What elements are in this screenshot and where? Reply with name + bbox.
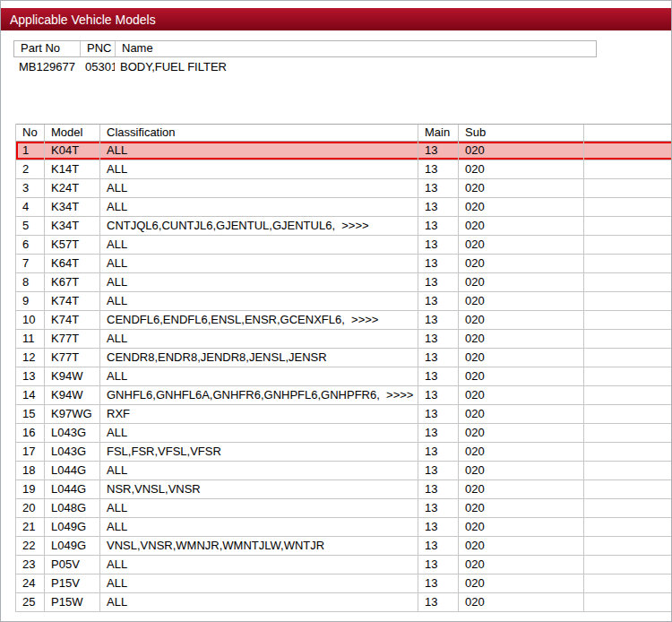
- vehicle-models-table: No Model Classification Main Sub 1K04TAL…: [15, 124, 672, 612]
- table-row[interactable]: 16L043GALL13020: [16, 424, 672, 443]
- part-info-header: Part No PNC Name: [13, 40, 597, 57]
- cell-main: 13: [418, 574, 459, 592]
- cell-model: P15W: [45, 593, 100, 611]
- cell-classification: ALL: [100, 462, 418, 479]
- table-row[interactable]: 20L048GALL13020: [16, 499, 672, 518]
- cell-no: 5: [16, 217, 45, 235]
- cell-extra: [584, 537, 672, 555]
- cell-no: 21: [16, 518, 45, 536]
- cell-sub: 020: [459, 462, 584, 479]
- table-row[interactable]: 9K74TALL13020: [16, 292, 672, 311]
- table-row[interactable]: 5K34TCNTJQL6,CUNTJL6,GJENTUL,GJENTUL6, >…: [16, 217, 672, 236]
- part-no-value: MB129677: [13, 60, 80, 74]
- table-row[interactable]: 15K97WGRXF13020: [16, 405, 672, 424]
- cell-classification: ALL: [100, 273, 418, 291]
- cell-classification: CNTJQL6,CUNTJL6,GJENTUL,GJENTUL6, >>>>: [100, 217, 418, 235]
- cell-extra: [584, 179, 672, 197]
- table-row[interactable]: 22L049GVNSL,VNSR,WMNJR,WMNTJLW,WNTJR1302…: [16, 537, 672, 556]
- cell-no: 16: [16, 424, 45, 442]
- cell-model: K74T: [45, 311, 100, 329]
- no-column-header[interactable]: No: [16, 125, 45, 141]
- cell-main: 13: [418, 273, 459, 291]
- table-row[interactable]: 25P15WALL13020: [16, 593, 672, 612]
- table-row[interactable]: 13K94WALL13020: [16, 367, 672, 386]
- cell-main: 13: [418, 556, 459, 574]
- cell-model: L044G: [45, 480, 100, 498]
- cell-model: K64T: [45, 255, 100, 272]
- table-row[interactable]: 8K67TALL13020: [16, 273, 672, 292]
- cell-classification: ALL: [100, 556, 418, 574]
- cell-model: K14T: [45, 160, 100, 178]
- cell-main: 13: [418, 179, 459, 197]
- cell-main: 13: [418, 142, 459, 160]
- cell-model: L048G: [45, 499, 100, 517]
- cell-classification: ALL: [100, 236, 418, 254]
- table-row[interactable]: 24P15VALL13020: [16, 574, 672, 593]
- cell-classification: ALL: [100, 424, 418, 442]
- main-column-header[interactable]: Main: [418, 125, 459, 141]
- cell-no: 11: [16, 330, 45, 348]
- applicable-vehicle-models-window: Applicable Vehicle Models Part No PNC Na…: [0, 0, 672, 622]
- cell-model: L049G: [45, 518, 100, 536]
- sub-column-header[interactable]: Sub: [459, 125, 584, 141]
- cell-classification: VNSL,VNSR,WMNJR,WMNTJLW,WNTJR: [100, 537, 418, 555]
- table-row[interactable]: 18L044GALL13020: [16, 462, 672, 480]
- model-column-header[interactable]: Model: [45, 125, 100, 141]
- cell-no: 14: [16, 386, 45, 404]
- classification-column-header[interactable]: Classification: [100, 125, 418, 141]
- cell-extra: [584, 386, 672, 404]
- table-row[interactable]: 3K24TALL13020: [16, 179, 672, 198]
- table-row[interactable]: 17L043GFSL,FSR,VFSL,VFSR13020: [16, 443, 672, 462]
- cell-sub: 020: [459, 236, 584, 254]
- cell-sub: 020: [459, 518, 584, 536]
- cell-sub: 020: [459, 405, 584, 423]
- part-no-column-header: Part No: [14, 41, 81, 56]
- cell-no: 3: [16, 179, 45, 197]
- cell-model: K04T: [45, 142, 100, 160]
- cell-main: 13: [418, 386, 459, 404]
- cell-model: K97WG: [45, 405, 100, 423]
- cell-model: L049G: [45, 537, 100, 555]
- cell-extra: [584, 593, 672, 611]
- table-row[interactable]: 21L049GALL13020: [16, 518, 672, 537]
- cell-model: K94W: [45, 386, 100, 404]
- cell-classification: ALL: [100, 574, 418, 592]
- table-row[interactable]: 6K57TALL13020: [16, 236, 672, 255]
- cell-no: 18: [16, 462, 45, 479]
- cell-model: P15V: [45, 574, 100, 592]
- cell-no: 25: [16, 593, 45, 611]
- cell-model: K34T: [45, 217, 100, 235]
- table-row[interactable]: 19L044GNSR,VNSL,VNSR13020: [16, 480, 672, 499]
- table-row[interactable]: 11K77TALL13020: [16, 330, 672, 349]
- cell-classification: ALL: [100, 160, 418, 178]
- cell-sub: 020: [459, 330, 584, 348]
- cell-model: L043G: [45, 443, 100, 461]
- cell-model: K74T: [45, 292, 100, 310]
- table-row[interactable]: 1K04TALL13020: [16, 142, 672, 160]
- cell-sub: 020: [459, 160, 584, 178]
- table-row[interactable]: 12K77TCENDR8,ENDR8,JENDR8,JENSL,JENSR130…: [16, 349, 672, 367]
- table-row[interactable]: 10K74TCENDFL6,ENDFL6,ENSL,ENSR,GCENXFL6,…: [16, 311, 672, 330]
- cell-model: K67T: [45, 273, 100, 291]
- cell-sub: 020: [459, 537, 584, 555]
- cell-main: 13: [418, 367, 459, 385]
- cell-sub: 020: [459, 443, 584, 461]
- cell-extra: [584, 160, 672, 178]
- table-row[interactable]: 23P05VALL13020: [16, 556, 672, 574]
- name-column-header: Name: [116, 41, 596, 56]
- table-row[interactable]: 2K14TALL13020: [16, 160, 672, 179]
- part-info-row: MB129677 05301 BODY,FUEL FILTER: [13, 60, 597, 74]
- cell-extra: [584, 311, 672, 329]
- cell-no: 23: [16, 556, 45, 574]
- cell-model: K57T: [45, 236, 100, 254]
- table-row[interactable]: 4K34TALL13020: [16, 198, 672, 217]
- table-header-row: No Model Classification Main Sub: [16, 124, 672, 142]
- table-row[interactable]: 7K64TALL13020: [16, 255, 672, 273]
- vehicle-table-body: 1K04TALL130202K14TALL130203K24TALL130204…: [16, 142, 672, 612]
- cell-extra: [584, 217, 672, 235]
- table-row[interactable]: 14K94WGNHFL6,GNHFL6A,GNHFR6,GNHPFL6,GNHP…: [16, 386, 672, 405]
- cell-classification: ALL: [100, 292, 418, 310]
- cell-sub: 020: [459, 273, 584, 291]
- cell-main: 13: [418, 405, 459, 423]
- cell-main: 13: [418, 462, 459, 479]
